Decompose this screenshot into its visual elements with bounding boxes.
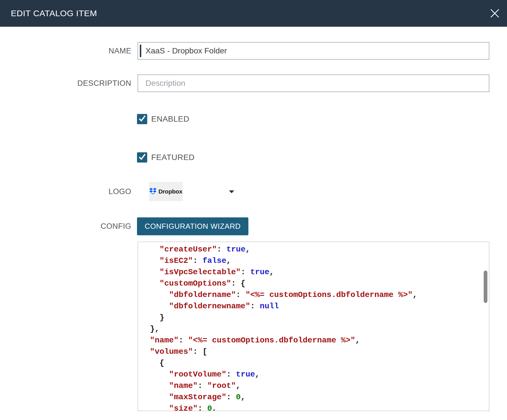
dropbox-icon [149,188,157,196]
close-button[interactable] [490,9,500,18]
scrollbar-thumb[interactable] [484,271,487,303]
featured-checkbox[interactable] [137,152,147,163]
configuration-wizard-button[interactable]: CONFIGURATION WIZARD [137,217,248,235]
name-label: NAME [0,42,131,60]
description-row: DESCRIPTION [0,74,507,92]
logo-row: LOGO Dropbox [0,182,507,201]
enabled-checkbox-label: ENABLED [151,114,189,124]
close-icon [490,15,500,19]
logo-label: LOGO [0,182,131,201]
enabled-checkbox[interactable] [137,114,147,124]
featured-row: FEATURED [0,152,507,163]
text-cursor [140,45,141,57]
modal-header: EDIT CATALOG ITEM [0,0,507,27]
modal-title: EDIT CATALOG ITEM [11,9,97,18]
config-row: CONFIG CONFIGURATION WIZARD [0,217,507,235]
name-input[interactable] [138,42,489,60]
enabled-row: ENABLED [0,114,507,124]
logo-brand-name: Dropbox [158,188,182,195]
description-input[interactable] [138,74,489,92]
config-code-text: "createUser": true, "isEC2": false, "isV… [138,242,489,411]
description-label: DESCRIPTION [0,74,131,92]
check-icon [138,153,146,162]
config-label: CONFIG [0,217,131,235]
chevron-down-icon[interactable] [229,190,234,193]
logo-select[interactable]: Dropbox [149,182,237,201]
featured-checkbox-label: FEATURED [151,152,195,163]
logo-tile: Dropbox [149,182,183,201]
name-row: NAME [0,42,507,60]
config-code-editor[interactable]: "createUser": true, "isEC2": false, "isV… [138,242,489,411]
check-icon [138,114,146,124]
